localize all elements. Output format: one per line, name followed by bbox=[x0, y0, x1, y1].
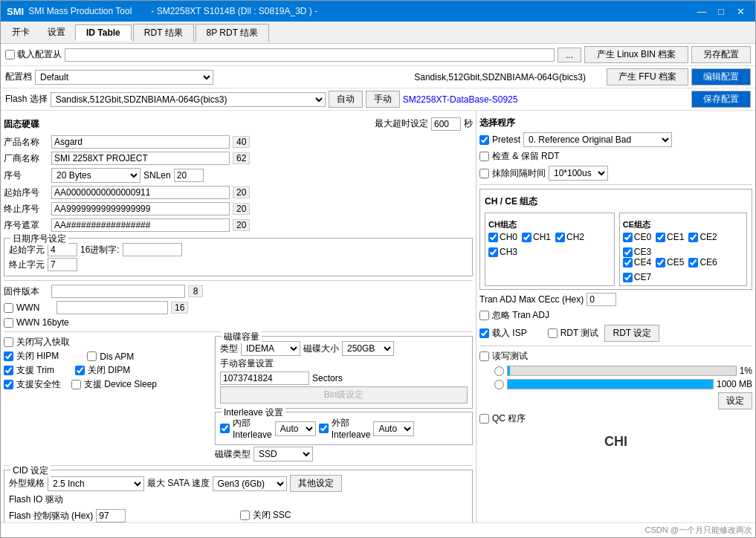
form-factor-select[interactable]: 2.5 Inch bbox=[48, 476, 144, 491]
capacity-type-select[interactable]: IDEMA bbox=[241, 341, 300, 356]
gen-linux-bin-button[interactable]: 产生 Linux BIN 档案 bbox=[584, 46, 688, 63]
disk-type-select[interactable]: SSD bbox=[253, 447, 313, 461]
ch1-checkbox[interactable] bbox=[522, 233, 532, 242]
other-setting-button[interactable]: 其他设定 bbox=[290, 475, 342, 492]
flash-ctrl-input[interactable] bbox=[96, 509, 126, 522]
ch3-checkbox[interactable] bbox=[488, 247, 498, 257]
vendor-name-input[interactable] bbox=[51, 152, 230, 165]
rdt-setting-button[interactable]: RDT 设定 bbox=[604, 325, 659, 342]
ch1-item: CH1 bbox=[522, 232, 551, 242]
support-device-sleep-checkbox[interactable] bbox=[71, 380, 81, 389]
config-path-input[interactable] bbox=[65, 48, 555, 62]
ch0-checkbox[interactable] bbox=[488, 233, 498, 242]
sn-bytes-select[interactable]: 20 Bytes bbox=[51, 168, 140, 183]
ce6-checkbox[interactable] bbox=[688, 258, 698, 268]
dis-apm-checkbox[interactable] bbox=[87, 351, 97, 361]
minimize-button[interactable]: — bbox=[693, 4, 711, 19]
menu-settings[interactable]: 设置 bbox=[39, 23, 74, 42]
wwn-input[interactable] bbox=[56, 301, 168, 314]
start-sn-input[interactable] bbox=[51, 186, 230, 199]
menu-open-card[interactable]: 开卡 bbox=[4, 23, 38, 42]
config-file-select[interactable]: Default bbox=[35, 70, 213, 85]
pretest-select[interactable]: 0. Reference Original Bad bbox=[523, 132, 672, 147]
close-write-fast-checkbox[interactable] bbox=[4, 337, 13, 347]
load-isp-checkbox[interactable] bbox=[479, 328, 489, 338]
date-sn-title: 日期序号设定 bbox=[10, 233, 68, 245]
sn-mask-input[interactable] bbox=[51, 218, 230, 232]
inner-interleave-checkbox[interactable] bbox=[220, 424, 230, 433]
rw-test-row: 读写测试 bbox=[479, 350, 752, 363]
maximize-button[interactable]: □ bbox=[712, 4, 730, 19]
progress-bar2 bbox=[507, 379, 714, 389]
progress-radio1[interactable] bbox=[494, 366, 504, 376]
ce1-checkbox[interactable] bbox=[656, 233, 665, 242]
close-ssc-checkbox[interactable] bbox=[240, 511, 250, 520]
manual-capacity-input[interactable] bbox=[220, 372, 309, 385]
close-dipm-checkbox[interactable] bbox=[75, 366, 85, 375]
date-sn-end-row: 终止字元 bbox=[9, 258, 468, 271]
bin-setting-button[interactable]: Bin级设定 bbox=[220, 386, 468, 404]
isp-rdt-row: 载入 ISP RDT 测试 RDT 设定 bbox=[479, 325, 752, 342]
disk-section-title: 固态硬碟 bbox=[4, 118, 39, 131]
ch2-checkbox[interactable] bbox=[555, 233, 565, 242]
erase-pause-select[interactable]: 10*100us bbox=[549, 166, 608, 181]
check-preserve-rdt-checkbox[interactable] bbox=[479, 152, 489, 161]
qc-program-label: QC 程序 bbox=[492, 412, 526, 425]
snlen-input[interactable] bbox=[174, 169, 204, 182]
start-sn-count: 20 bbox=[233, 187, 250, 198]
load-config-checkbox[interactable] bbox=[5, 50, 15, 59]
end-sn-input[interactable] bbox=[51, 202, 230, 215]
setting-button[interactable]: 设定 bbox=[718, 392, 752, 409]
tab-rdt-results[interactable]: RDT 结果 bbox=[133, 24, 194, 42]
ce6-item: CE6 bbox=[688, 257, 717, 268]
qc-program-checkbox[interactable] bbox=[479, 414, 489, 424]
firmware-input[interactable] bbox=[51, 285, 185, 298]
support-trim-checkbox[interactable] bbox=[4, 366, 13, 375]
tran-adj-input[interactable] bbox=[587, 293, 616, 306]
support-safety-checkbox[interactable] bbox=[4, 380, 13, 389]
gen-ffu-button[interactable]: 产生 FFU 档案 bbox=[607, 68, 688, 85]
outer-interleave-select[interactable]: Auto bbox=[373, 421, 414, 436]
ce4-checkbox[interactable] bbox=[623, 258, 633, 268]
tab-id-table[interactable]: ID Table bbox=[75, 25, 132, 41]
ce0-checkbox[interactable] bbox=[623, 233, 633, 242]
rdt-test-checkbox[interactable] bbox=[548, 328, 558, 338]
max-time-input[interactable] bbox=[431, 117, 461, 131]
cid-group: CID 设定 外型规格 2.5 Inch 最大 SATA 速度 Gen3 (6G… bbox=[4, 470, 473, 522]
disk-section-header: 固态硬碟 最大超时设定 秒 bbox=[4, 115, 473, 132]
product-name-input[interactable] bbox=[51, 135, 230, 149]
flash-select-combo[interactable]: Sandisk,512Gbit,SDZNBIAMA-064G(bics3) bbox=[51, 92, 326, 107]
close-hipm-checkbox[interactable] bbox=[4, 351, 13, 361]
ignore-tran-checkbox[interactable] bbox=[479, 311, 489, 320]
capacity-size-select[interactable]: 250GB bbox=[342, 341, 394, 356]
browse-button[interactable]: ... bbox=[558, 48, 581, 62]
option-row-trim: 支援 Trim 关闭 DIPM bbox=[4, 364, 212, 377]
ce5-checkbox[interactable] bbox=[656, 258, 665, 268]
close-button[interactable]: ✕ bbox=[731, 4, 749, 19]
flash-select-label: Flash 选择 bbox=[5, 93, 48, 106]
save-config-button[interactable]: 保存配置 bbox=[691, 91, 751, 108]
edit-config-button[interactable]: 编辑配置 bbox=[691, 68, 751, 85]
outer-interleave-checkbox[interactable] bbox=[319, 424, 329, 433]
wwn16-checkbox[interactable] bbox=[4, 318, 13, 328]
ce7-label: CE7 bbox=[634, 272, 651, 282]
progress-radio2[interactable] bbox=[494, 380, 504, 389]
ce3-checkbox[interactable] bbox=[623, 247, 633, 257]
title-bar-title: SMI Mass Production Tool bbox=[28, 6, 132, 16]
manual-button[interactable]: 手动 bbox=[366, 91, 400, 108]
wwn-checkbox[interactable] bbox=[4, 303, 13, 313]
ce7-checkbox[interactable] bbox=[623, 273, 633, 282]
ce5-item: CE5 bbox=[656, 257, 684, 268]
tab-8p-rdt-results[interactable]: 8P RDT 结果 bbox=[196, 24, 270, 42]
ce2-checkbox[interactable] bbox=[688, 233, 698, 242]
erase-pause-checkbox[interactable] bbox=[479, 169, 489, 178]
save-as-config-button[interactable]: 另存配置 bbox=[691, 46, 751, 63]
max-sata-select[interactable]: Gen3 (6Gb) bbox=[213, 476, 287, 491]
pretest-checkbox[interactable] bbox=[479, 135, 489, 145]
auto-button[interactable]: 自动 bbox=[329, 91, 363, 108]
max-sata-label: 最大 SATA 速度 bbox=[147, 477, 210, 490]
rw-test-checkbox[interactable] bbox=[479, 351, 489, 361]
inner-interleave-select[interactable]: Auto bbox=[275, 421, 316, 436]
end-byte-input[interactable] bbox=[48, 258, 77, 271]
hex-input[interactable] bbox=[123, 243, 182, 256]
